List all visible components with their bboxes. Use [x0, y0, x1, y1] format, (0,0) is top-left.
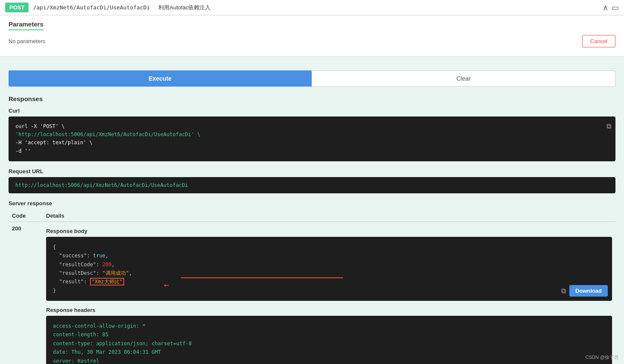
response-body-line4: "resultDesc": "调用成功", — [53, 269, 605, 277]
cancel-button[interactable]: Cancel — [582, 35, 615, 47]
server-response-label: Server response — [9, 200, 615, 207]
clear-button[interactable]: Clear — [312, 70, 615, 87]
request-url-section: Request URL http://localhost:5006/api/Xm… — [9, 168, 615, 193]
header-4: date: Thu, 30 Mar 2023 06:04:31 GMT — [53, 348, 605, 356]
curl-label: Curl — [9, 108, 615, 114]
header-1: access-control-allow-origin: * — [53, 322, 605, 330]
responses-title: Responses — [9, 95, 615, 102]
request-url-block: http://localhost:5006/api/XmzNet6/Autofa… — [9, 177, 615, 193]
arrow-indicator: ← — [164, 277, 169, 292]
main-content: Execute Clear Responses Curl curl -X 'PO… — [0, 57, 624, 364]
api-description: 利用Autofac依赖注入 — [158, 4, 210, 12]
top-bar-controls: ∧ ▭ — [603, 3, 619, 12]
response-body-line3: "resultCode": 200, — [53, 260, 605, 269]
download-area: ⧉ Download — [561, 285, 608, 297]
curl-line4: -d '' — [15, 148, 31, 154]
response-body-line2: "success": true, — [53, 251, 605, 260]
api-path: /api/XmzNet6/AutofacDi/UseAutofacDi — [33, 4, 150, 11]
collapse-button[interactable]: ∧ — [603, 3, 608, 12]
response-body-line5: "result": "Xmz大师比" ← — [53, 277, 605, 286]
header-5: server: Kestrel — [53, 357, 605, 364]
window-button[interactable]: ▭ — [612, 3, 619, 12]
server-response-section: Server response Code Details 200 Respons… — [9, 200, 615, 364]
header-2: content-length: 85 — [53, 330, 605, 339]
curl-line3: -H 'accept: text/plain' \ — [15, 140, 93, 146]
response-body-label: Response body — [46, 228, 612, 234]
top-bar: POST /api/XmzNet6/AutofacDi/UseAutofacDi… — [0, 0, 624, 15]
code-column-header: Code — [9, 210, 43, 222]
details-column-header: Details — [43, 210, 615, 222]
response-table: Code Details 200 Response body { — [9, 210, 615, 364]
responses-section: Responses Curl curl -X 'POST' \ 'http://… — [9, 95, 615, 364]
response-code: 200 — [9, 221, 43, 364]
method-badge: POST — [5, 3, 29, 12]
curl-copy-icon[interactable]: ⧉ — [607, 121, 611, 132]
response-copy-icon[interactable]: ⧉ — [561, 285, 566, 297]
response-body-line1: { — [53, 243, 605, 251]
no-parameters-text: No parameters — [9, 38, 615, 44]
curl-line1: curl -X 'POST' \ — [15, 123, 65, 129]
arrow-line — [181, 277, 343, 278]
parameters-title: Parameters — [9, 20, 44, 30]
csdn-watermark: CSDN @徐子君 — [586, 354, 619, 361]
download-button[interactable]: Download — [569, 285, 608, 297]
header-3: content-type: application/json; charset=… — [53, 339, 605, 348]
request-url-value: http://localhost:5006/api/XmzNet6/Autofa… — [15, 182, 188, 188]
request-url-label: Request URL — [9, 168, 615, 175]
table-row: 200 Response body { "success": true, — [9, 221, 615, 364]
response-headers-label: Response headers — [46, 307, 612, 313]
action-buttons: Execute Clear — [9, 70, 615, 87]
curl-code-block: curl -X 'POST' \ 'http://localhost:5006/… — [9, 116, 615, 161]
response-body-container: { "success": true, "resultCode": 200, " — [46, 237, 612, 301]
response-headers-block: access-control-allow-origin: * content-l… — [46, 316, 612, 364]
curl-line2: 'http://localhost:5006/api/XmzNet6/Autof… — [15, 131, 200, 137]
response-details: Response body { "success": true, "result… — [43, 221, 615, 364]
execute-button[interactable]: Execute — [9, 70, 312, 87]
parameters-section: Parameters Cancel No parameters — [0, 15, 624, 57]
response-body-line6: } — [53, 286, 605, 295]
curl-section: Curl curl -X 'POST' \ 'http://localhost:… — [9, 108, 615, 161]
response-body-block: { "success": true, "resultCode": 200, " — [46, 237, 612, 301]
